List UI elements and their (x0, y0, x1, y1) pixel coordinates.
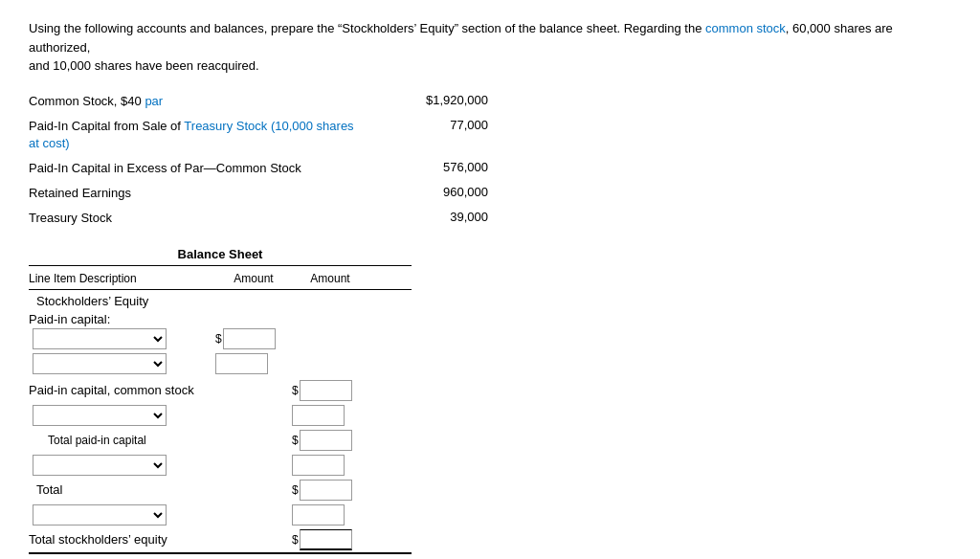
amount-input-total-equity[interactable] (300, 529, 352, 550)
total-label: Total (29, 482, 215, 497)
dollar-total-equity: $ (292, 533, 299, 547)
bs-row-select2 (29, 353, 412, 374)
header-amount2: Amount (292, 272, 368, 285)
data-row-3: Paid-In Capital in Excess of Par—Common … (29, 160, 488, 177)
amount-input-2[interactable] (215, 353, 268, 374)
line-item-select-2[interactable] (33, 353, 167, 374)
line-item-select-1[interactable] (33, 328, 167, 349)
line-item-select-5[interactable] (33, 504, 167, 525)
desc-cell-1 (29, 328, 215, 349)
amount-input-4[interactable] (292, 455, 345, 476)
amount-input-total[interactable] (300, 480, 352, 501)
input-cell-4 (292, 455, 368, 476)
stockholders-equity-label: Stockholders’ Equity (29, 294, 412, 308)
treasury-stock-link: Treasury Stock (10,000 sharesat cost) (29, 119, 354, 150)
line-item-select-3[interactable] (33, 405, 167, 426)
label-treasury-stock: Treasury Stock (29, 210, 383, 227)
balance-sheet-title: Balance Sheet (29, 247, 412, 266)
dollar-1: $ (215, 332, 222, 346)
label-paid-in-treasury: Paid-In Capital from Sale of Treasury St… (29, 118, 383, 152)
amount-input-total-paid-in[interactable] (300, 430, 352, 451)
input-cell-3 (292, 405, 368, 426)
total-equity-label: Total stockholders’ equity (29, 532, 215, 547)
value-common-stock: $1,920,000 (383, 93, 488, 107)
label-common-stock: Common Stock, $40 par (29, 93, 383, 110)
data-row-5: Treasury Stock 39,000 (29, 210, 488, 227)
amount-input-3[interactable] (292, 405, 345, 426)
bs-row-select3 (29, 405, 412, 426)
input-cell-total-equity: $ (292, 529, 368, 550)
desc-cell-2 (29, 353, 215, 374)
input-cell-total: $ (292, 480, 368, 501)
intro-text-3: and 10,000 shares have been reacquired. (29, 58, 259, 73)
input-cell-5 (292, 504, 368, 525)
paid-in-capital-label: Paid-in capital: (29, 312, 412, 326)
value-paid-in-treasury: 77,000 (383, 118, 488, 132)
data-row-1: Common Stock, $40 par $1,920,000 (29, 93, 488, 110)
desc-cell-4 (29, 455, 215, 476)
data-row-4: Retained Earnings 960,000 (29, 185, 488, 202)
intro-text-1: Using the following accounts and balance… (29, 21, 705, 35)
desc-cell-3 (29, 405, 215, 426)
value-treasury-stock: 39,000 (383, 210, 488, 224)
bs-row-total-paid-in: Total paid-in capital $ (29, 430, 412, 451)
label-paid-in-excess: Paid-In Capital in Excess of Par—Common … (29, 160, 383, 177)
amount-input-5[interactable] (292, 504, 345, 525)
bs-row-select4 (29, 455, 412, 476)
input-cell-1: $ (215, 328, 292, 349)
header-amount1: Amount (215, 272, 292, 285)
par-link: par (145, 94, 163, 108)
common-stock-link: common stock (705, 21, 786, 35)
dollar-total: $ (292, 483, 299, 497)
header-desc: Line Item Description (29, 272, 215, 285)
bs-row-paid-in-common: Paid-in capital, common stock $ (29, 380, 412, 401)
amount-input-1[interactable] (223, 328, 276, 349)
input-cell-common: $ (292, 380, 368, 401)
input-cell-total-paid-in: $ (292, 430, 368, 451)
balance-sheet-section: Balance Sheet Line Item Description Amou… (29, 247, 412, 554)
bs-row-total: Total $ (29, 480, 412, 501)
desc-cell-5 (29, 504, 215, 525)
bs-row-select5 (29, 504, 412, 525)
dollar-total-paid: $ (292, 434, 299, 447)
value-paid-in-excess: 576,000 (383, 160, 488, 174)
line-item-select-4[interactable] (33, 455, 167, 476)
bs-header-row: Line Item Description Amount Amount (29, 272, 412, 290)
bs-row-select1: $ (29, 328, 412, 349)
amount-input-common[interactable] (300, 380, 352, 401)
paid-in-common-label: Paid-in capital, common stock (29, 383, 215, 397)
data-row-2: Paid-In Capital from Sale of Treasury St… (29, 118, 488, 152)
bs-row-total-equity: Total stockholders’ equity $ (29, 529, 412, 554)
input-cell-2 (215, 353, 292, 374)
total-paid-in-label: Total paid-in capital (29, 434, 215, 447)
dollar-common: $ (292, 384, 299, 397)
intro-paragraph: Using the following accounts and balance… (29, 19, 947, 76)
data-table: Common Stock, $40 par $1,920,000 Paid-In… (29, 93, 488, 228)
value-retained-earnings: 960,000 (383, 185, 488, 199)
label-retained-earnings: Retained Earnings (29, 185, 383, 202)
